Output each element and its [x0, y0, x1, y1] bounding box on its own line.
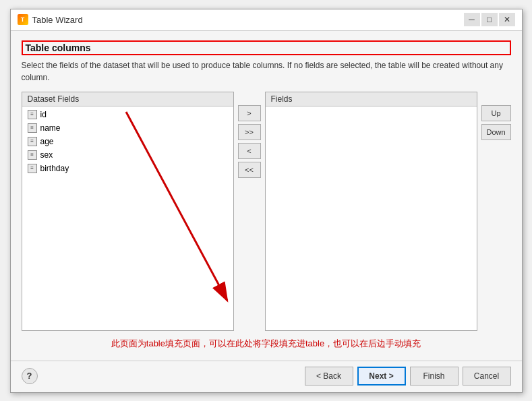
- list-item[interactable]: ≡ name: [22, 121, 233, 135]
- list-item[interactable]: ≡ sex: [22, 148, 233, 162]
- up-down-buttons: Up Down: [477, 92, 511, 331]
- dataset-fields-panel: Dataset Fields ≡ id ≡ name ≡ age: [22, 92, 234, 331]
- footer-right: < Back Next > Finish Cancel: [305, 367, 511, 385]
- close-button[interactable]: ✕: [499, 13, 515, 26]
- up-button[interactable]: Up: [481, 105, 511, 121]
- footer-left: ?: [22, 368, 38, 384]
- help-button[interactable]: ?: [22, 368, 38, 384]
- dataset-fields-list: ≡ id ≡ name ≡ age ≡ sex: [22, 106, 233, 330]
- finish-button[interactable]: Finish: [410, 367, 459, 385]
- annotation-text: 此页面为table填充页面，可以在此处将字段填充进table，也可以在后边手动填…: [22, 331, 511, 354]
- move-right-button[interactable]: >: [238, 105, 261, 121]
- fields-header: Fields: [266, 92, 477, 106]
- field-icon: ≡: [28, 150, 37, 160]
- restore-button[interactable]: □: [481, 13, 498, 26]
- field-icon: ≡: [28, 123, 37, 133]
- title-controls: ─ □ ✕: [464, 13, 515, 26]
- next-button[interactable]: Next >: [357, 367, 406, 385]
- down-button[interactable]: Down: [481, 124, 511, 140]
- app-icon: T: [18, 14, 28, 25]
- list-item[interactable]: ≡ id: [22, 108, 233, 121]
- transfer-buttons: > >> < <<: [234, 92, 265, 331]
- field-icon: ≡: [28, 110, 37, 119]
- back-button[interactable]: < Back: [305, 367, 353, 385]
- list-item[interactable]: ≡ birthday: [22, 162, 233, 175]
- dataset-fields-header: Dataset Fields: [22, 92, 233, 106]
- field-icon: ≡: [28, 164, 37, 173]
- move-all-left-button[interactable]: <<: [238, 162, 261, 178]
- minimize-button[interactable]: ─: [464, 13, 480, 26]
- move-all-right-button[interactable]: >>: [238, 124, 261, 140]
- content-area: Table columns Select the fields of the d…: [11, 31, 522, 361]
- title-bar-left: T Table Wizard: [18, 14, 83, 25]
- window-title: Table Wizard: [32, 15, 83, 25]
- field-icon: ≡: [28, 137, 37, 146]
- list-item[interactable]: ≡ age: [22, 135, 233, 148]
- description-text: Select the fields of the dataset that wi…: [22, 59, 511, 84]
- table-wizard-window: T Table Wizard ─ □ ✕ Table columns Selec…: [10, 9, 523, 393]
- title-bar: T Table Wizard ─ □ ✕: [11, 9, 522, 31]
- footer: ? < Back Next > Finish Cancel: [11, 361, 522, 392]
- cancel-button[interactable]: Cancel: [463, 367, 511, 385]
- move-left-button[interactable]: <: [238, 143, 261, 159]
- section-title: Table columns: [22, 40, 511, 55]
- fields-panel: Fields: [265, 92, 477, 331]
- fields-list: [266, 106, 477, 330]
